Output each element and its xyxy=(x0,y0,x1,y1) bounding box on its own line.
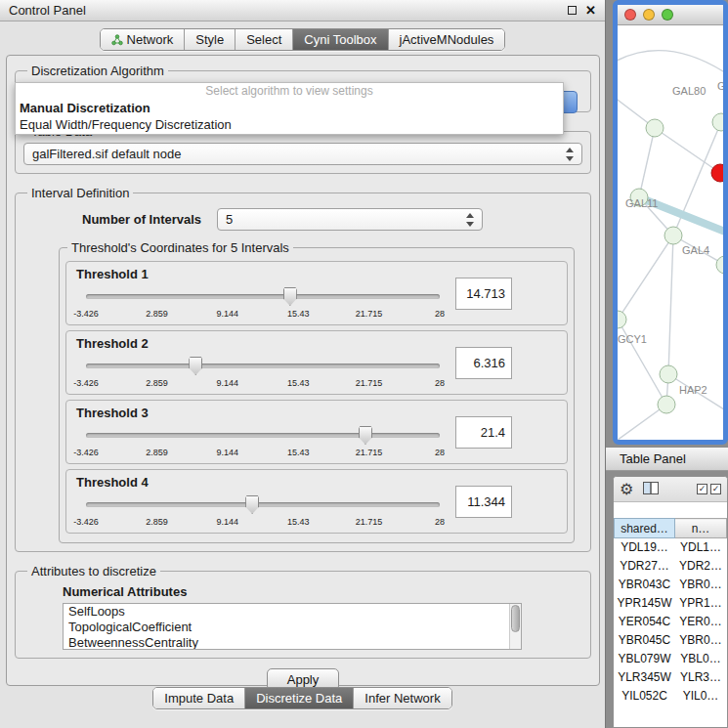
table-data-combo[interactable]: galFiltered.sif default node xyxy=(23,143,582,165)
slider-thumb[interactable] xyxy=(359,426,372,445)
table-row[interactable]: YLR345WYLR3… xyxy=(615,668,727,687)
table-cell[interactable]: YPR1… xyxy=(675,594,727,613)
threshold-slider[interactable] xyxy=(86,426,440,446)
network-canvas[interactable]: GAL80GAGAL11GAL4GCY1HAP2 xyxy=(618,25,723,440)
table-cell[interactable]: YPR145W xyxy=(615,594,675,613)
list-item[interactable]: TopologicalCoefficient xyxy=(64,620,521,635)
tab-select[interactable]: Select xyxy=(236,29,293,50)
table-row[interactable]: YER054CYER0… xyxy=(615,613,727,631)
network-node[interactable] xyxy=(712,113,723,131)
network-window: GAL80GAGAL11GAL4GCY1HAP2 xyxy=(613,0,728,445)
table-cell[interactable]: YBR0… xyxy=(675,631,727,650)
tab-network[interactable]: Network xyxy=(101,29,186,50)
table-cell[interactable]: YBR0… xyxy=(675,576,727,594)
stepper-arrows-icon[interactable] xyxy=(564,147,577,162)
scrollbar-thumb[interactable] xyxy=(511,605,520,632)
network-node[interactable] xyxy=(658,396,675,413)
table-cell[interactable]: YLR345W xyxy=(615,668,675,687)
network-graph[interactable]: GAL80GAGAL11GAL4GCY1HAP2 xyxy=(618,25,723,440)
tab-discretize-data[interactable]: Discretize Data xyxy=(245,688,354,708)
list-item[interactable]: SelfLoops xyxy=(64,604,521,620)
number-of-intervals-label: Number of Intervals xyxy=(82,212,201,227)
network-edge[interactable] xyxy=(618,51,723,79)
column-header-name[interactable]: n… xyxy=(675,519,727,538)
select-none-checkbox-icon[interactable]: ✓ xyxy=(710,484,721,494)
threshold-panel: Threshold 4 -3.4262.8599.14415.4321.7152… xyxy=(65,469,568,534)
network-edge[interactable] xyxy=(655,128,720,173)
threshold-value-box[interactable]: 11.344 xyxy=(455,486,512,518)
threshold-value-box[interactable]: 21.4 xyxy=(455,416,512,449)
close-window-icon[interactable]: ✕ xyxy=(585,4,596,17)
threshold-value-box[interactable]: 14.713 xyxy=(455,278,512,310)
network-node[interactable] xyxy=(716,256,723,274)
algorithm-option-equal-width-frequency[interactable]: Equal Width/Frequency Discretization xyxy=(16,116,563,133)
column-header-shared-name[interactable]: shared… xyxy=(615,519,675,538)
slider-thumb[interactable] xyxy=(189,357,202,375)
slider-thumb[interactable] xyxy=(245,495,259,514)
threshold-value-box[interactable]: 6.316 xyxy=(455,347,512,379)
table-cell[interactable]: YDL19… xyxy=(615,538,675,557)
table-row[interactable]: YBR045CYBR0… xyxy=(615,631,727,650)
tab-label: Cyni Toolbox xyxy=(304,32,376,47)
network-node[interactable] xyxy=(664,227,682,244)
network-edge[interactable] xyxy=(618,236,673,320)
scale-tick-label: 9.144 xyxy=(217,309,239,319)
table-row[interactable]: YIL052CYIL0… xyxy=(615,687,727,706)
table-row[interactable]: YBL079WYBL0… xyxy=(615,650,727,668)
scale-tick-label: 9.144 xyxy=(217,448,239,457)
table-row[interactable]: YBR043CYBR0… xyxy=(615,576,727,594)
gear-icon[interactable]: ⚙ xyxy=(620,482,633,497)
network-edge[interactable] xyxy=(639,128,655,197)
slider-track[interactable] xyxy=(86,364,440,368)
network-edge[interactable] xyxy=(668,236,673,374)
table-cell[interactable]: YBR043C xyxy=(615,576,675,594)
table-cell[interactable]: YER0… xyxy=(675,613,727,631)
numerical-attributes-list[interactable]: SelfLoopsTopologicalCoefficientBetweenne… xyxy=(63,603,522,650)
table-columns-icon[interactable] xyxy=(643,482,659,497)
table-cell[interactable]: YDR2… xyxy=(675,557,727,576)
tab-infer-network[interactable]: Infer Network xyxy=(354,688,450,708)
network-node[interactable] xyxy=(646,119,664,137)
threshold-panel: Threshold 3 -3.4262.8599.14415.4321.7152… xyxy=(65,400,568,464)
slider-track[interactable] xyxy=(86,433,440,438)
tab-impute-data[interactable]: Impute Data xyxy=(153,688,245,708)
table-row[interactable]: YDR27…YDR2… xyxy=(615,557,727,576)
number-of-intervals-combo[interactable]: 5 xyxy=(217,208,483,231)
threshold-slider[interactable] xyxy=(86,357,440,376)
table-data-combo-value: galFiltered.sif default node xyxy=(32,147,181,161)
threshold-slider[interactable] xyxy=(86,287,440,307)
algorithm-option-manual-discretization[interactable]: Manual Discretization xyxy=(16,100,563,116)
table-cell[interactable]: YBL0… xyxy=(675,650,727,668)
network-node[interactable] xyxy=(660,365,677,383)
network-node[interactable] xyxy=(618,311,626,328)
network-node-selected-red[interactable] xyxy=(711,164,723,182)
tab-cyni-toolbox[interactable]: Cyni Toolbox xyxy=(293,29,388,50)
table-cell[interactable]: YIL052C xyxy=(615,687,675,706)
slider-track[interactable] xyxy=(86,502,440,507)
threshold-slider[interactable] xyxy=(86,495,440,515)
close-traffic-light-icon[interactable] xyxy=(624,9,636,21)
table-row[interactable]: YDL19…YDL1… xyxy=(615,538,727,557)
tab-label: jActiveMNodules xyxy=(400,32,494,47)
tab-jactivemnodules[interactable]: jActiveMNodules xyxy=(389,29,505,50)
float-window-icon[interactable] xyxy=(568,6,577,15)
table-cell[interactable]: YLR3… xyxy=(675,668,727,687)
table-cell[interactable]: YDR27… xyxy=(615,557,675,576)
table-cell[interactable]: YDL1… xyxy=(675,538,727,557)
slider-thumb[interactable] xyxy=(283,287,297,306)
table-row[interactable]: YPR145WYPR1… xyxy=(615,594,727,613)
table-cell[interactable]: YER054C xyxy=(615,613,675,631)
tab-label: Network xyxy=(127,32,174,47)
zoom-traffic-light-icon[interactable] xyxy=(662,9,673,21)
select-all-checkbox-icon[interactable]: ✓ xyxy=(697,484,707,494)
stepper-arrows-icon[interactable] xyxy=(464,212,477,228)
list-item[interactable]: BetweennessCentrality xyxy=(64,635,521,650)
tab-style[interactable]: Style xyxy=(185,29,236,50)
table-cell[interactable]: YBL079W xyxy=(615,650,675,668)
list-scrollbar[interactable] xyxy=(509,604,521,649)
minimize-traffic-light-icon[interactable] xyxy=(643,9,655,21)
table-cell[interactable]: YBR045C xyxy=(615,631,675,650)
slider-track[interactable] xyxy=(86,294,440,299)
scale-tick-label: 2.859 xyxy=(146,378,168,388)
table-cell[interactable]: YIL0… xyxy=(675,687,727,706)
